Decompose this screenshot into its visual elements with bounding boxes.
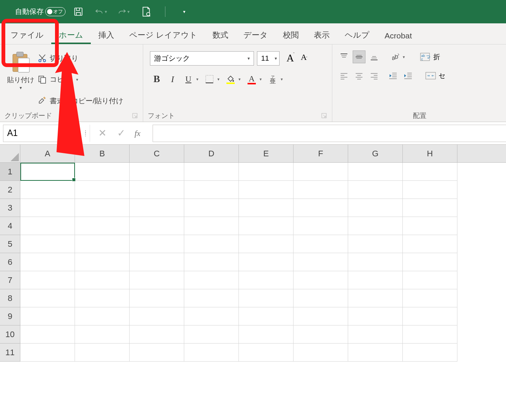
cell-A6[interactable] [20, 253, 75, 271]
borders-dropdown[interactable]: ▾ [216, 77, 221, 82]
bold-button[interactable]: B [151, 72, 163, 86]
row-header-10[interactable]: 10 [0, 325, 20, 344]
cell-D11[interactable] [184, 344, 239, 362]
paste-label[interactable]: 貼り付け [7, 75, 34, 84]
row-header-7[interactable]: 7 [0, 271, 20, 289]
cell-G2[interactable] [348, 181, 403, 199]
cell-B5[interactable] [75, 235, 130, 253]
cell-A9[interactable] [20, 307, 75, 325]
cell-E4[interactable] [239, 217, 294, 235]
col-header-C[interactable]: C [130, 145, 184, 162]
cell-C1[interactable] [130, 163, 184, 181]
cell-D7[interactable] [184, 271, 239, 289]
print-preview-icon[interactable] [140, 6, 152, 18]
cell-E11[interactable] [239, 344, 294, 362]
align-left-button[interactable] [338, 69, 350, 82]
row-header-4[interactable]: 4 [0, 217, 20, 235]
col-header-D[interactable]: D [184, 145, 239, 162]
formula-input[interactable] [153, 125, 506, 142]
align-center-button[interactable] [353, 69, 365, 82]
cell-H5[interactable] [403, 235, 457, 253]
col-header-F[interactable]: F [294, 145, 348, 162]
cell-C11[interactable] [130, 344, 184, 362]
cell-E5[interactable] [239, 235, 294, 253]
col-header-A[interactable]: A [20, 145, 75, 162]
row-header-5[interactable]: 5 [0, 235, 20, 253]
row-header-1[interactable]: 1 [0, 163, 20, 181]
cell-A1[interactable] [20, 163, 75, 181]
row-header-3[interactable]: 3 [0, 199, 20, 217]
enter-formula-button[interactable]: ✓ [116, 128, 127, 139]
cell-C6[interactable] [130, 253, 184, 271]
cell-B10[interactable] [75, 325, 130, 344]
phonetic-guide-button[interactable]: ア亜 [267, 72, 279, 86]
cell-C3[interactable] [130, 199, 184, 217]
increase-indent-button[interactable] [402, 69, 414, 82]
cell-G9[interactable] [348, 307, 403, 325]
cell-A10[interactable] [20, 325, 75, 344]
cell-D10[interactable] [184, 325, 239, 344]
row-header-11[interactable]: 11 [0, 344, 20, 362]
cell-B9[interactable] [75, 307, 130, 325]
merge-center-button[interactable]: セ [425, 71, 445, 80]
cell-A5[interactable] [20, 235, 75, 253]
font-name-combo[interactable]: 游ゴシック ▾ [150, 51, 254, 66]
cell-G5[interactable] [348, 235, 403, 253]
cell-H3[interactable] [403, 199, 457, 217]
underline-dropdown[interactable]: ▾ [194, 77, 200, 82]
cell-H1[interactable] [403, 163, 457, 181]
row-header-2[interactable]: 2 [0, 181, 20, 199]
underline-button[interactable]: U [182, 72, 194, 86]
cell-H4[interactable] [403, 217, 457, 235]
cell-A2[interactable] [20, 181, 75, 199]
col-header-H[interactable]: H [403, 145, 457, 162]
cell-C10[interactable] [130, 325, 184, 344]
align-bottom-button[interactable] [368, 50, 381, 63]
dialog-launcher-icon[interactable] [321, 113, 327, 118]
cell-B3[interactable] [75, 199, 130, 217]
cell-A4[interactable] [20, 217, 75, 235]
cell-G10[interactable] [348, 325, 403, 344]
cell-B7[interactable] [75, 271, 130, 289]
cut-button[interactable]: 切り取り [38, 53, 123, 63]
cell-D4[interactable] [184, 217, 239, 235]
cell-B1[interactable] [75, 163, 130, 181]
cell-E6[interactable] [239, 253, 294, 271]
cell-F9[interactable] [294, 307, 348, 325]
cell-C5[interactable] [130, 235, 184, 253]
cell-F7[interactable] [294, 271, 348, 289]
paste-icon[interactable] [11, 51, 31, 73]
increase-font-size-button[interactable]: Aˆ [284, 52, 298, 65]
copy-button[interactable]: コピー ▾ [38, 75, 123, 84]
cell-B6[interactable] [75, 253, 130, 271]
cell-H10[interactable] [403, 325, 457, 344]
tab-pagelayout[interactable]: ページ レイアウト [122, 25, 205, 44]
cell-H11[interactable] [403, 344, 457, 362]
cell-G1[interactable] [348, 163, 403, 181]
cell-A7[interactable] [20, 271, 75, 289]
save-icon[interactable] [72, 6, 84, 18]
cell-F6[interactable] [294, 253, 348, 271]
row-header-8[interactable]: 8 [0, 289, 20, 307]
cell-C2[interactable] [130, 181, 184, 199]
cell-E8[interactable] [239, 289, 294, 307]
cell-C9[interactable] [130, 307, 184, 325]
col-header-E[interactable]: E [239, 145, 294, 162]
fill-color-dropdown[interactable]: ▾ [237, 77, 242, 82]
font-size-combo[interactable]: 11 ▾ [257, 51, 280, 66]
name-box-expand[interactable]: ⋮⋮ [81, 131, 90, 135]
cell-F8[interactable] [294, 289, 348, 307]
row-header-6[interactable]: 6 [0, 253, 20, 271]
cell-H2[interactable] [403, 181, 457, 199]
cell-G8[interactable] [348, 289, 403, 307]
cell-G11[interactable] [348, 344, 403, 362]
cell-F2[interactable] [294, 181, 348, 199]
col-header-B[interactable]: B [75, 145, 130, 162]
orientation-dropdown[interactable]: ▾ [401, 55, 406, 60]
cell-B4[interactable] [75, 217, 130, 235]
tab-view[interactable]: 表示 [306, 25, 337, 44]
cell-G3[interactable] [348, 199, 403, 217]
chevron-down-icon[interactable]: ▾ [275, 56, 277, 61]
tab-insert[interactable]: 挿入 [91, 25, 122, 44]
tab-formulas[interactable]: 数式 [205, 25, 236, 44]
